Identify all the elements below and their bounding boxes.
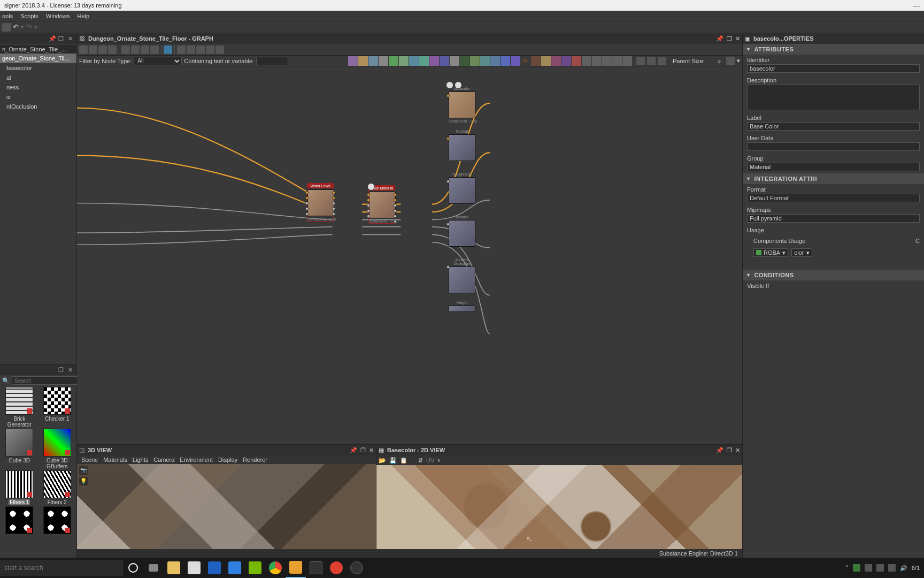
input-userdata[interactable] [747, 142, 920, 151]
usage-color[interactable]: olor▾ [791, 248, 812, 257]
explorer-tab[interactable]: n_Ornate_Stone_Tile_... [0, 44, 76, 54]
comment-icon[interactable] [636, 57, 645, 65]
close-icon[interactable]: ✕ [68, 35, 74, 42]
align-icon[interactable] [141, 45, 149, 54]
expand-icon[interactable]: » [718, 58, 721, 64]
tool-icon[interactable] [187, 45, 195, 54]
pin-icon[interactable] [647, 57, 656, 65]
undo-button[interactable]: ↶ [13, 23, 19, 31]
palette-item[interactable] [399, 56, 409, 66]
library-item[interactable]: Fibers 2 [39, 470, 76, 505]
palette-item[interactable] [409, 56, 419, 66]
palette-item[interactable] [572, 56, 581, 66]
palette-item[interactable] [480, 56, 490, 66]
node-badge-icon[interactable] [446, 81, 453, 89]
library-item[interactable]: Fibers 1 [1, 470, 38, 505]
library-grid[interactable]: Brick GeneratorChecker 1Cube 3DCube 3D G… [0, 386, 76, 567]
tray-chevron-icon[interactable]: ˄ [845, 565, 849, 572]
library-item[interactable]: Cube 3D GBuffers [39, 429, 76, 469]
pin-icon[interactable]: 📌 [716, 35, 723, 42]
input-group[interactable]: Material [747, 163, 920, 171]
explorer-icon[interactable] [164, 558, 184, 578]
palette-item[interactable] [440, 56, 449, 66]
palette-item[interactable] [419, 56, 429, 66]
mail-icon[interactable] [225, 558, 245, 578]
menu-display[interactable]: Display [218, 457, 237, 463]
tool-icon[interactable] [79, 45, 88, 54]
menu-environment[interactable]: Environment [180, 457, 213, 463]
palette-item[interactable] [592, 56, 602, 66]
menu-scene[interactable]: Scene [81, 457, 98, 463]
palette-item[interactable] [541, 56, 551, 66]
input-label[interactable]: Base Color [747, 122, 920, 131]
uv-label[interactable]: UV [426, 457, 434, 463]
menu-help[interactable]: Help [77, 13, 89, 19]
info-icon[interactable] [108, 45, 117, 54]
node-badge-icon[interactable] [455, 81, 462, 89]
tray-icon[interactable] [888, 564, 896, 572]
tray-icon[interactable] [853, 564, 860, 572]
graph-node-roughness[interactable]: Roughness [449, 172, 475, 204]
outlook-icon[interactable] [204, 558, 225, 578]
zoom-icon[interactable] [121, 45, 130, 54]
copy-icon[interactable]: 📋 [400, 457, 407, 464]
save-icon[interactable]: 💾 [389, 457, 397, 464]
palette-item[interactable] [470, 56, 480, 66]
palette-item[interactable] [602, 56, 612, 66]
chrome-icon[interactable] [265, 558, 286, 578]
palette-item[interactable]: 01 [521, 56, 530, 66]
store-icon[interactable] [184, 558, 204, 578]
tree-item[interactable]: ic [0, 92, 76, 102]
graph-node-basecolor[interactable]: basecolor 2048x2048 - C16 [449, 87, 475, 123]
camera-icon[interactable] [98, 45, 107, 54]
skype-icon[interactable] [326, 558, 346, 578]
fit-icon[interactable] [131, 45, 140, 54]
palette-item[interactable] [511, 56, 520, 66]
link-icon[interactable] [726, 57, 735, 65]
palette-item[interactable] [531, 56, 541, 66]
taskview-icon[interactable] [143, 558, 164, 578]
input-identifier[interactable]: basecolor [747, 64, 920, 73]
graph-node-height[interactable]: Height [449, 301, 475, 312]
filter-text-input[interactable] [256, 57, 288, 65]
tree-item[interactable] [0, 111, 76, 121]
volume-icon[interactable]: 🔊 [900, 565, 907, 572]
open-icon[interactable]: 📂 [379, 457, 386, 464]
dropdown-icon[interactable]: ▾ [737, 57, 740, 64]
restore-icon[interactable]: ❐ [58, 367, 65, 373]
palette-item[interactable] [582, 56, 591, 66]
taskbar-search-input[interactable] [0, 560, 123, 576]
substance-icon[interactable] [286, 558, 306, 578]
grid-icon[interactable] [150, 45, 159, 54]
library-search-input[interactable] [12, 376, 85, 385]
graph-node-waterlevel[interactable]: Water Level 2048x2048 - C16 [307, 183, 334, 222]
palette-item[interactable] [612, 56, 622, 66]
pin-icon[interactable]: 📌 [350, 447, 357, 454]
tool-icon[interactable] [177, 45, 186, 54]
graph-node-ao[interactable]: Ambient Occlusion [449, 258, 475, 293]
tool-icon[interactable] [215, 45, 224, 54]
section-attributes[interactable]: ▼ATTRIBUTES [743, 44, 924, 55]
close-icon[interactable]: ✕ [68, 367, 74, 373]
palette-item[interactable] [348, 56, 358, 66]
palette-item[interactable] [358, 56, 368, 66]
camera-icon[interactable]: 📷 [79, 466, 88, 475]
library-item[interactable]: Brick Generator [1, 387, 38, 428]
menu-camera[interactable]: Camera [153, 457, 174, 463]
menu-windows[interactable]: Windows [46, 13, 70, 19]
palette-item[interactable] [561, 56, 571, 66]
graph-node-metallic[interactable]: Metallic [449, 215, 475, 247]
light-icon[interactable]: 💡 [79, 477, 88, 485]
section-conditions[interactable]: ▼CONDITIONS [743, 270, 924, 280]
restore-icon[interactable]: ❐ [727, 447, 732, 454]
filter-type-select[interactable]: All [134, 57, 182, 65]
palette-item[interactable] [622, 56, 632, 66]
tool-icon[interactable] [206, 45, 214, 54]
tool-icon[interactable] [196, 45, 205, 54]
link-icon[interactable]: ⛓ [79, 35, 85, 42]
menu-tools[interactable]: ools [2, 13, 13, 19]
graph-node-normal[interactable]: Normal [449, 130, 475, 161]
tree-item[interactable]: ntOcclusion [0, 102, 76, 111]
tray-icon[interactable] [865, 564, 872, 572]
redo-button[interactable]: ↷ [26, 23, 32, 31]
